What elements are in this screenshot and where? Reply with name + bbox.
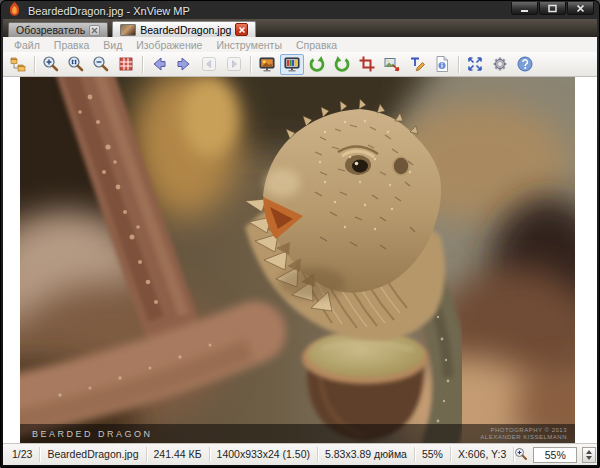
zoom-in-icon[interactable]	[514, 447, 528, 463]
status-filename: BeardedDragon.jpg	[40, 447, 146, 462]
rotate-left-button[interactable]	[305, 54, 329, 75]
image-viewer[interactable]: BEARDED DRAGON PHOTOGRAPHY © 2013 ALEXAN…	[3, 77, 597, 443]
menu-bar: Файл Правка Вид Изображение Инструменты …	[3, 37, 597, 52]
menu-image[interactable]: Изображение	[129, 39, 209, 51]
rotate-right-button[interactable]	[330, 54, 354, 75]
menu-view[interactable]: Вид	[96, 39, 129, 51]
spin-down-icon[interactable]	[586, 456, 592, 460]
watermark-title: BEARDED DRAGON	[32, 429, 153, 439]
previous-page-button[interactable]	[197, 54, 221, 75]
status-print-size: 5.83x3.89 дюйма	[318, 447, 415, 462]
app-window: BeardedDragon.jpg - XnView MP Обозревате…	[0, 0, 600, 468]
app-icon	[7, 1, 22, 20]
minimize-button[interactable]	[511, 2, 538, 15]
watermark-credit: PHOTOGRAPHY © 2013 ALEXANDER KISSELMANN	[480, 427, 567, 441]
window-controls	[511, 2, 594, 15]
browser-button[interactable]	[6, 54, 30, 75]
tab-image[interactable]: BeardedDragon.jpg	[112, 21, 256, 37]
fit-to-window-button[interactable]	[463, 54, 487, 75]
status-zoom: 55%	[415, 447, 451, 462]
window-title: BeardedDragon.jpg - XnView MP	[28, 5, 190, 17]
tab-bar: Обозреватель BeardedDragon.jpg	[3, 19, 597, 37]
spin-up-icon[interactable]	[586, 450, 592, 454]
maximize-button[interactable]	[539, 2, 566, 15]
zoom-in-button[interactable]	[39, 54, 63, 75]
title-bar[interactable]: BeardedDragon.jpg - XnView MP	[3, 2, 597, 19]
toolbar-separator	[250, 56, 251, 73]
menu-help[interactable]: Справка	[289, 39, 344, 51]
zoom-spinner-value[interactable]: 55%	[533, 447, 577, 463]
status-filesize: 241.44 КБ	[147, 447, 210, 462]
slideshow-button[interactable]	[255, 54, 279, 75]
toolbar-separator	[142, 56, 143, 73]
close-button[interactable]	[567, 2, 594, 15]
zoom-out-button[interactable]	[89, 54, 113, 75]
menu-tools[interactable]: Инструменты	[209, 39, 288, 51]
toolbar-separator	[458, 56, 459, 73]
crop-button[interactable]	[355, 54, 379, 75]
resize-button[interactable]	[380, 54, 404, 75]
tab-image-label: BeardedDragon.jpg	[140, 24, 231, 36]
tab-thumbnail-icon	[120, 24, 136, 36]
zoom-100-button[interactable]	[64, 54, 88, 75]
toolbar-separator	[34, 56, 35, 73]
image-info-button[interactable]	[430, 54, 454, 75]
status-bar: 1/23 BeardedDragon.jpg 241.44 КБ 1400x93…	[3, 443, 597, 465]
bearded-dragon-photo	[20, 77, 575, 443]
next-image-button[interactable]	[172, 54, 196, 75]
status-cursor-position: X:606, Y:3	[451, 447, 514, 462]
previous-image-button[interactable]	[147, 54, 171, 75]
watermark-bar: BEARDED DRAGON PHOTOGRAPHY © 2013 ALEXAN…	[20, 424, 575, 443]
display-colors-button[interactable]	[280, 54, 304, 75]
tab-close-icon[interactable]	[235, 23, 248, 36]
status-dimensions: 1400x933x24 (1.50)	[210, 447, 318, 462]
menu-edit[interactable]: Правка	[47, 39, 96, 51]
zoom-spinner-arrows[interactable]	[582, 447, 596, 463]
tab-close-icon[interactable]	[89, 25, 100, 36]
menu-file[interactable]: Файл	[7, 39, 47, 51]
tab-browser-label: Обозреватель	[16, 24, 85, 36]
help-button[interactable]	[513, 54, 537, 75]
thumbnails-grid-button[interactable]	[114, 54, 138, 75]
next-page-button[interactable]	[222, 54, 246, 75]
status-position: 1/23	[5, 447, 40, 462]
tab-browser[interactable]: Обозреватель	[8, 22, 108, 37]
settings-button[interactable]	[488, 54, 512, 75]
toolbar	[3, 52, 597, 77]
status-zoom-controls: 55%	[514, 447, 600, 463]
photo-canvas: BEARDED DRAGON PHOTOGRAPHY © 2013 ALEXAN…	[20, 77, 575, 443]
draw-text-button[interactable]	[405, 54, 429, 75]
